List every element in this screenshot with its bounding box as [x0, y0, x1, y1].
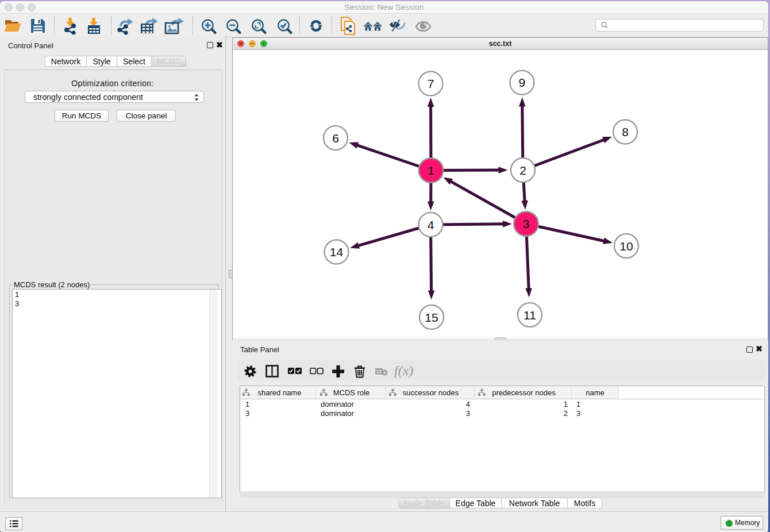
svg-text:8: 8: [622, 125, 629, 138]
svg-text:10: 10: [619, 240, 633, 253]
svg-text:2: 2: [519, 164, 526, 177]
svg-text:6: 6: [332, 132, 339, 145]
svg-text:3: 3: [523, 217, 530, 230]
svg-text:11: 11: [523, 309, 536, 322]
svg-text:4: 4: [428, 218, 434, 232]
svg-text:15: 15: [425, 311, 438, 324]
svg-text:9: 9: [519, 76, 526, 89]
svg-text:1: 1: [428, 164, 434, 177]
svg-text:14: 14: [330, 245, 344, 259]
svg-text:7: 7: [428, 77, 434, 90]
